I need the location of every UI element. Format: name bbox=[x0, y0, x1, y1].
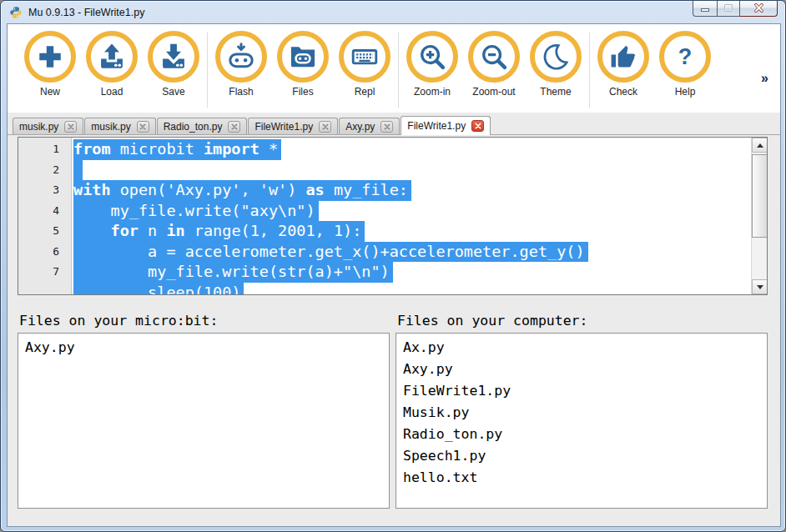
file-list-item[interactable]: Axy.py bbox=[18, 337, 389, 359]
zoom-out-button[interactable]: Zoom-out bbox=[463, 31, 525, 98]
file-list-item[interactable]: FileWrite1.py bbox=[396, 380, 767, 402]
line-number-gutter: 1234567 bbox=[18, 138, 72, 294]
line-number: 2 bbox=[18, 160, 59, 181]
window-controls bbox=[693, 1, 778, 17]
tool-label: Zoom-out bbox=[472, 86, 515, 98]
tool-label: Save bbox=[162, 86, 184, 98]
toolbar-group: FlashFilesRepl bbox=[210, 31, 396, 98]
code-line: a = accelerometer.get_x()+accelerometer.… bbox=[73, 242, 751, 263]
close-icon bbox=[753, 1, 764, 16]
theme-icon bbox=[530, 31, 582, 83]
file-list-item[interactable]: Musik.py bbox=[396, 402, 767, 424]
check-icon bbox=[597, 31, 649, 83]
close-button[interactable] bbox=[740, 1, 778, 17]
scrollbar-thumb[interactable] bbox=[752, 154, 768, 238]
triangle-down-icon bbox=[757, 285, 763, 289]
maximize-button[interactable] bbox=[717, 1, 740, 17]
toolbar-separator bbox=[207, 33, 208, 108]
flash-icon bbox=[215, 31, 267, 83]
line-number: 4 bbox=[18, 201, 59, 222]
selected-code: sleep(100) bbox=[73, 283, 244, 295]
tab-close-button[interactable] bbox=[64, 121, 77, 133]
plus-icon bbox=[24, 31, 76, 83]
help-button[interactable]: ?Help bbox=[654, 31, 716, 98]
zoom-out-icon bbox=[468, 31, 520, 83]
maximize-icon bbox=[723, 1, 733, 16]
check-button[interactable]: Check bbox=[592, 31, 654, 98]
selected-code: my_file.write(str(a)+"\n") bbox=[73, 262, 393, 283]
tab-label: Axy.py bbox=[345, 121, 375, 133]
files-button[interactable]: Files bbox=[272, 31, 334, 98]
code-line: my_file.write("axy\n") bbox=[73, 201, 751, 222]
toolbar-group: Zoom-inZoom-outTheme bbox=[401, 31, 587, 98]
line-number: 7 bbox=[18, 262, 59, 283]
tool-label: Zoom-in bbox=[414, 86, 451, 98]
code-line: with open('Axy.py', 'w') as my_file: bbox=[73, 180, 751, 201]
tab-label: musik.py bbox=[19, 121, 58, 133]
save-button[interactable]: Save bbox=[143, 31, 204, 98]
load-icon bbox=[86, 31, 138, 83]
window-content: NewLoadSaveFlashFilesReplZoom-inZoom-out… bbox=[8, 24, 780, 526]
load-button[interactable]: Load bbox=[81, 31, 143, 98]
line-number: 1 bbox=[18, 139, 59, 160]
tool-label: Repl bbox=[355, 86, 375, 98]
code-line: from microbit import * bbox=[73, 139, 751, 160]
minimize-button[interactable] bbox=[693, 1, 717, 17]
code-editor[interactable]: 1234567 from microbit import *with open(… bbox=[18, 137, 768, 295]
tab-musik-py[interactable]: musik.py bbox=[13, 118, 83, 134]
files-icon bbox=[277, 31, 329, 83]
toolbar-separator bbox=[589, 33, 590, 108]
tab-radio-ton-py[interactable]: Radio_ton.py bbox=[157, 118, 248, 134]
selected-code bbox=[73, 160, 83, 181]
code-line bbox=[73, 160, 751, 181]
tool-label: Flash bbox=[229, 86, 253, 98]
scroll-up-button[interactable] bbox=[752, 138, 768, 153]
tab-close-button[interactable] bbox=[228, 121, 240, 133]
code-area[interactable]: from microbit import *with open('Axy.py'… bbox=[72, 138, 751, 294]
titlebar[interactable]: Mu 0.9.13 - FileWrite1.py bbox=[1, 1, 785, 24]
tool-label: Check bbox=[609, 86, 637, 98]
theme-button[interactable]: Theme bbox=[525, 31, 587, 98]
tab-close-button[interactable] bbox=[137, 121, 149, 133]
flash-button[interactable]: Flash bbox=[210, 31, 272, 98]
toolbar-overflow-chevron[interactable]: » bbox=[761, 71, 768, 86]
tab-close-button[interactable] bbox=[380, 121, 393, 133]
computer-file-list[interactable]: Ax.pyAxy.pyFileWrite1.pyMusik.pyRadio_to… bbox=[396, 333, 768, 509]
toolbar-separator bbox=[398, 33, 399, 108]
file-list-item[interactable]: Axy.py bbox=[396, 359, 767, 380]
tab-axy-py[interactable]: Axy.py bbox=[339, 118, 400, 134]
python-icon bbox=[9, 6, 23, 19]
repl-icon bbox=[339, 31, 390, 83]
file-list-item[interactable]: hello.txt bbox=[396, 467, 767, 489]
file-list-item[interactable]: Speech1.py bbox=[396, 445, 767, 467]
file-list-item[interactable]: Radio_ton.py bbox=[396, 424, 767, 445]
scroll-down-button[interactable] bbox=[752, 279, 768, 294]
tab-bar: musik.pymusik.pyRadio_ton.pyFileWrite1.p… bbox=[8, 116, 780, 135]
tab-label: FileWrite1.py bbox=[407, 120, 466, 132]
microbit-file-list[interactable]: Axy.py bbox=[18, 333, 390, 509]
tab-musik-py[interactable]: musik.py bbox=[84, 118, 155, 134]
toolbar: NewLoadSaveFlashFilesReplZoom-inZoom-out… bbox=[8, 24, 780, 113]
selected-code: with open('Axy.py', 'w') as my_file: bbox=[73, 180, 411, 201]
vertical-scrollbar[interactable] bbox=[751, 138, 767, 294]
tool-label: Load bbox=[101, 86, 123, 98]
tab-close-button[interactable] bbox=[471, 120, 484, 132]
tab-filewrite1-py[interactable]: FileWrite1.py bbox=[248, 118, 338, 134]
new-button[interactable]: New bbox=[19, 31, 81, 98]
tab-label: FileWrite1.py bbox=[254, 121, 313, 133]
repl-button[interactable]: Repl bbox=[334, 31, 396, 98]
zoom-in-icon bbox=[406, 31, 458, 83]
tab-label: musik.py bbox=[91, 121, 130, 133]
tab-filewrite1-py[interactable]: FileWrite1.py bbox=[401, 116, 491, 135]
selected-code: a = accelerometer.get_x()+accelerometer.… bbox=[73, 242, 588, 263]
line-number: 5 bbox=[18, 221, 59, 242]
tab-close-button[interactable] bbox=[319, 121, 331, 133]
selected-code: from microbit import * bbox=[73, 139, 281, 160]
zoom-in-button[interactable]: Zoom-in bbox=[401, 31, 463, 98]
code-line: sleep(100) bbox=[73, 283, 751, 295]
file-list-item[interactable]: Ax.py bbox=[396, 337, 767, 359]
tool-label: Theme bbox=[540, 86, 571, 98]
toolbar-group: Check?Help bbox=[592, 31, 716, 98]
selected-code: my_file.write("axy\n") bbox=[73, 201, 319, 222]
tool-label: Help bbox=[675, 86, 696, 98]
